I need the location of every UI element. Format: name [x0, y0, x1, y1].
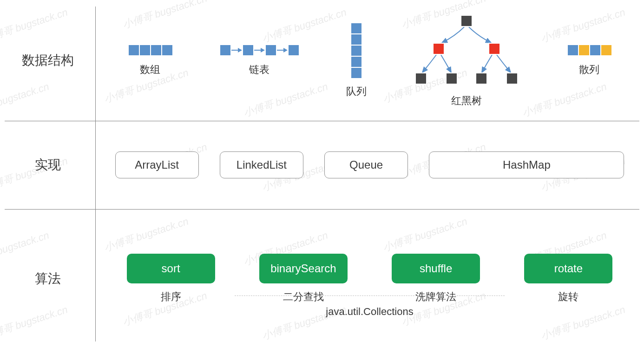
linked-node-icon [265, 44, 277, 56]
array-cell-icon [139, 44, 151, 56]
linked-list-visual [219, 44, 300, 56]
hash-visual [567, 44, 611, 56]
array-cell-icon [128, 44, 140, 56]
row-content-structures: 数组 链表 队列 [95, 0, 644, 121]
divider-horizontal [5, 209, 639, 210]
tree-red-node-icon [488, 43, 500, 55]
algo-button-binarysearch: binarySearch [259, 254, 348, 283]
algo-button-shuffle: shuffle [392, 254, 480, 283]
queue-visual [350, 22, 362, 78]
divider-horizontal [5, 121, 639, 121]
impl-hashmap: HashMap [429, 151, 624, 178]
algo-sub-binarysearch: 二分查找 [283, 290, 324, 304]
structure-label: 数组 [140, 63, 160, 77]
queue-cell-icon [350, 67, 362, 79]
tree-black-node-icon [446, 72, 458, 85]
row-label-algo: 算法 [0, 209, 95, 348]
tree-black-node-icon [475, 72, 487, 85]
linked-node-icon [242, 44, 254, 56]
structure-queue: 队列 [346, 22, 367, 98]
structure-label: 链表 [249, 63, 269, 77]
structure-array: 数组 [128, 44, 172, 77]
algo-button-rotate: rotate [524, 254, 612, 283]
diagram-grid: 数据结构 数组 链表 [0, 0, 644, 348]
row-content-impl: ArrayList LinkedList Queue HashMap [95, 121, 644, 209]
tree-black-node-icon [415, 72, 427, 85]
algo-shuffle: shuffle 洗牌算法 [392, 254, 480, 304]
algo-button-sort: sort [127, 254, 215, 283]
algo-rotate: rotate 旋转 [524, 254, 612, 304]
impl-linkedlist: LinkedList [220, 151, 303, 178]
hash-bucket-icon [567, 44, 579, 56]
link-line-icon [231, 50, 238, 51]
rbtree-visual [413, 13, 520, 87]
algo-sub-rotate: 旋转 [558, 290, 578, 304]
row-label-impl: 实现 [0, 121, 95, 209]
arrow-right-icon [283, 48, 288, 53]
tree-root-icon [460, 15, 473, 27]
link-line-icon [254, 50, 261, 51]
tree-black-node-icon [506, 72, 518, 85]
structure-label: 散列 [579, 63, 599, 77]
structure-hash: 散列 [567, 44, 611, 77]
divider-vertical [95, 7, 96, 341]
arrow-right-icon [238, 48, 242, 53]
linked-node-icon [288, 44, 300, 56]
hash-bucket-icon [600, 44, 612, 56]
queue-cell-icon [350, 33, 362, 46]
array-cell-icon [161, 44, 173, 56]
array-cell-icon [150, 44, 162, 56]
structure-label: 队列 [346, 85, 367, 98]
collections-footer: java.util.Collections [95, 306, 644, 318]
algo-sort: sort 排序 [127, 254, 215, 304]
structure-label: 红黑树 [451, 94, 482, 108]
algo-binarysearch: binarySearch 二分查找 [259, 254, 348, 304]
hash-bucket-icon [589, 44, 601, 56]
structure-linked-list: 链表 [219, 44, 300, 77]
queue-cell-icon [350, 45, 362, 57]
queue-cell-icon [350, 56, 362, 68]
tree-red-node-icon [433, 43, 445, 55]
link-line-icon [277, 50, 283, 51]
hash-bucket-icon [578, 44, 590, 56]
row-label-structures: 数据结构 [0, 0, 95, 121]
linked-node-icon [219, 44, 231, 56]
structure-rbtree: 红黑树 [413, 13, 520, 108]
divider-dashed [235, 295, 505, 296]
queue-cell-icon [350, 22, 362, 34]
arrow-right-icon [261, 48, 265, 53]
algo-sub-shuffle: 洗牌算法 [415, 290, 456, 304]
impl-queue: Queue [324, 151, 408, 178]
impl-arraylist: ArrayList [115, 151, 199, 178]
array-visual [128, 44, 172, 56]
algo-sub-sort: 排序 [161, 290, 181, 304]
row-content-algo: sort 排序 binarySearch 二分查找 shuffle 洗牌算法 r… [95, 209, 644, 348]
